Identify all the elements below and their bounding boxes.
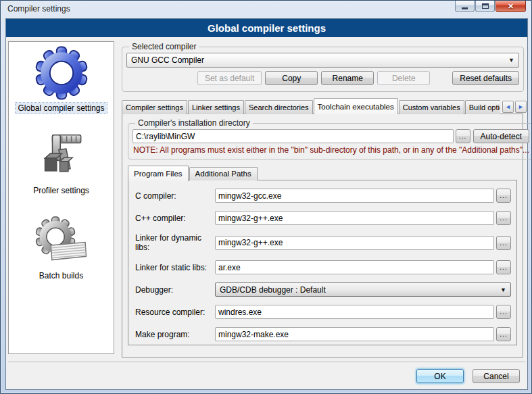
static-linker-browse-button[interactable]: ...: [496, 260, 511, 274]
c-compiler-row: C compiler: ...: [135, 189, 511, 203]
window-controls: ✕: [454, 1, 526, 12]
dynamic-linker-row: Linker for dynamic libs: ...: [135, 233, 511, 252]
ok-button[interactable]: OK: [416, 369, 464, 383]
window-title: Compiler settings: [7, 4, 70, 14]
auto-detect-button[interactable]: Auto-detect: [473, 129, 529, 143]
debugger-dropdown[interactable]: GDB/CDB debugger : Default ▼: [215, 282, 511, 297]
gray-gear-stack-icon: [34, 215, 89, 268]
maximize-icon: [482, 3, 489, 9]
scroll-left-icon: ◄: [505, 103, 511, 110]
c-compiler-label: C compiler:: [135, 191, 215, 201]
tab-search-directories[interactable]: Search directories: [245, 100, 313, 114]
install-directory-group: Compiler's installation directory ... Au…: [128, 118, 532, 159]
cpp-compiler-label: C++ compiler:: [135, 214, 215, 223]
tab-strip: Compiler settings Linker settings Search…: [122, 97, 500, 114]
sidebar-item-global-compiler-settings[interactable]: Global compiler settings: [16, 46, 106, 114]
cpp-compiler-browse-button[interactable]: ...: [496, 211, 511, 225]
compiler-buttons-row: Set as default Copy Rename Delete Reset …: [126, 71, 519, 85]
make-program-browse-button[interactable]: ...: [496, 327, 511, 341]
make-program-label: Make program:: [135, 330, 215, 339]
program-files-panel: C compiler: ... C++ compiler: ... Linker…: [128, 180, 517, 345]
debugger-label: Debugger:: [135, 285, 215, 295]
settings-tab-bar: Compiler settings Linker settings Search…: [122, 97, 527, 114]
reset-defaults-button[interactable]: Reset defaults: [452, 71, 519, 85]
chevron-down-icon: ▼: [508, 57, 514, 64]
static-linker-label: Linker for static libs:: [135, 263, 215, 272]
cancel-button[interactable]: Cancel: [473, 369, 520, 383]
sidebar-item-batch-builds[interactable]: Batch builds: [34, 215, 89, 281]
tab-scroll-left-button[interactable]: ◄: [502, 101, 514, 113]
blue-gear-icon: [34, 46, 89, 100]
c-compiler-browse-button[interactable]: ...: [496, 189, 511, 203]
install-directory-note: NOTE: All programs must exist either in …: [133, 145, 529, 155]
resource-compiler-input[interactable]: [215, 305, 494, 319]
rename-button[interactable]: Rename: [321, 71, 374, 85]
page-title: Global compiler settings: [6, 19, 527, 37]
chevron-down-icon: ▼: [500, 287, 506, 293]
tab-custom-variables[interactable]: Custom variables: [399, 100, 464, 114]
main-panel: Selected compiler GNU GCC Compiler ▼ Set…: [120, 39, 527, 358]
close-button[interactable]: ✕: [495, 1, 526, 12]
dialog-body: Global compiler settings: [5, 18, 528, 390]
tab-program-files[interactable]: Program Files: [128, 166, 189, 181]
tab-additional-paths[interactable]: Additional Paths: [189, 167, 258, 180]
close-icon: ✕: [508, 2, 514, 11]
dialog-footer: OK Cancel: [8, 362, 525, 383]
toolchain-executables-panel: Compiler's installation directory ... Au…: [122, 114, 523, 358]
selected-compiler-dropdown[interactable]: GNU GCC Compiler ▼: [126, 53, 519, 68]
minimize-icon: [462, 7, 468, 9]
compiler-settings-window: Compiler settings ✕ Global compiler sett…: [0, 0, 532, 394]
debugger-row: Debugger: GDB/CDB debugger : Default ▼: [135, 282, 511, 297]
static-linker-row: Linker for static libs: ...: [135, 260, 511, 274]
tab-compiler-settings[interactable]: Compiler settings: [122, 100, 187, 114]
dynamic-linker-browse-button[interactable]: ...: [496, 236, 511, 250]
resource-compiler-label: Resource compiler:: [135, 307, 215, 317]
set-as-default-button[interactable]: Set as default: [197, 71, 262, 85]
static-linker-input[interactable]: [215, 260, 494, 274]
delete-button[interactable]: Delete: [377, 71, 430, 85]
c-compiler-input[interactable]: [215, 189, 494, 203]
dynamic-linker-input[interactable]: [215, 236, 494, 250]
sidebar-item-label: Global compiler settings: [16, 103, 106, 114]
tab-build-options[interactable]: Build options: [465, 100, 500, 114]
tab-toolchain-executables[interactable]: Toolchain executables: [314, 98, 398, 114]
selected-compiler-group: Selected compiler GNU GCC Compiler ▼ Set…: [122, 42, 524, 92]
program-files-tab-bar: Program Files Additional Paths: [128, 165, 523, 180]
resource-compiler-browse-button[interactable]: ...: [496, 305, 511, 319]
titlebar: Compiler settings ✕: [1, 1, 531, 18]
debugger-value: GDB/CDB debugger : Default: [220, 285, 326, 295]
resource-compiler-row: Resource compiler: ...: [135, 305, 511, 319]
copy-button[interactable]: Copy: [265, 71, 318, 85]
dynamic-linker-label: Linker for dynamic libs:: [135, 233, 215, 252]
tab-scroll-buttons: ◄ ►: [502, 101, 527, 113]
sidebar-item-profiler-settings[interactable]: Profiler settings: [31, 130, 91, 196]
tab-linker-settings[interactable]: Linker settings: [188, 100, 244, 114]
tab-scroll-right-button[interactable]: ►: [515, 101, 527, 113]
install-directory-legend: Compiler's installation directory: [135, 118, 253, 128]
minimize-button[interactable]: [455, 1, 475, 12]
selected-compiler-legend: Selected compiler: [129, 42, 199, 51]
selected-compiler-value: GNU GCC Compiler: [131, 55, 204, 65]
make-program-input[interactable]: [215, 327, 494, 341]
install-directory-browse-button[interactable]: ...: [456, 129, 470, 143]
cpp-compiler-row: C++ compiler: ...: [135, 211, 511, 225]
maximize-button[interactable]: [475, 1, 495, 12]
sidebar-item-label: Batch builds: [37, 270, 85, 281]
caliper-icon: [34, 130, 87, 182]
settings-category-sidebar: Global compiler settings: [8, 41, 114, 354]
scroll-right-icon: ►: [518, 103, 524, 110]
make-program-row: Make program: ...: [135, 327, 511, 341]
install-directory-input[interactable]: [132, 129, 454, 143]
cpp-compiler-input[interactable]: [215, 211, 494, 225]
install-directory-row: ... Auto-detect: [132, 129, 529, 143]
sidebar-item-label: Profiler settings: [31, 185, 91, 196]
